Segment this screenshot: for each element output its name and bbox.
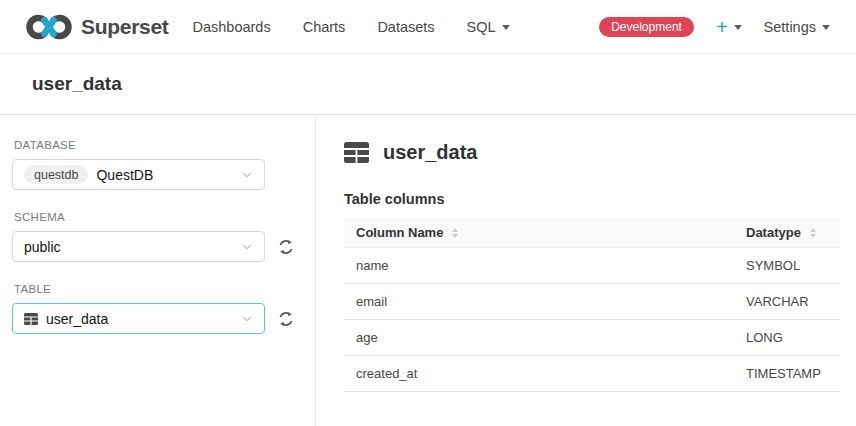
schema-select-value: public bbox=[24, 239, 61, 255]
datatype-cell: SYMBOL bbox=[734, 248, 840, 284]
table-label: TABLE bbox=[14, 283, 303, 295]
sort-icon bbox=[810, 228, 816, 238]
table-icon bbox=[344, 142, 369, 163]
column-header-datatype[interactable]: Datatype bbox=[734, 218, 840, 248]
nav-sql-label: SQL bbox=[467, 19, 496, 35]
dataset-source-panel: DATABASE questdb QuestDB SCHEMA public bbox=[0, 115, 316, 426]
table-preview-panel: user_data Table columns Column Name Data… bbox=[316, 115, 856, 426]
database-select[interactable]: questdb QuestDB bbox=[12, 159, 265, 190]
datatype-cell: VARCHAR bbox=[734, 284, 840, 320]
refresh-icon bbox=[277, 310, 295, 328]
new-item-button[interactable]: + bbox=[716, 17, 742, 37]
table-icon bbox=[24, 313, 38, 325]
database-field: DATABASE questdb QuestDB bbox=[12, 139, 303, 190]
schema-label: SCHEMA bbox=[14, 211, 303, 223]
chevron-down-icon bbox=[241, 169, 253, 181]
schema-select[interactable]: public bbox=[12, 231, 265, 262]
chevron-down-icon bbox=[502, 25, 510, 30]
database-engine-pill: questdb bbox=[24, 165, 88, 184]
table-heading: user_data bbox=[344, 141, 840, 164]
refresh-icon bbox=[277, 238, 295, 256]
table-select-value: user_data bbox=[46, 311, 108, 327]
chevron-down-icon bbox=[241, 313, 253, 325]
table-row: email VARCHAR bbox=[344, 284, 840, 320]
chevron-down-icon bbox=[241, 241, 253, 253]
database-select-value: QuestDB bbox=[96, 167, 153, 183]
nav-datasets[interactable]: Datasets bbox=[361, 19, 450, 35]
table-row: age LONG bbox=[344, 320, 840, 356]
column-header-name[interactable]: Column Name bbox=[344, 218, 734, 248]
column-name-cell: created_at bbox=[344, 356, 734, 392]
datatype-cell: TIMESTAMP bbox=[734, 356, 840, 392]
schema-field: SCHEMA public bbox=[12, 211, 303, 262]
brand-name: Superset bbox=[81, 15, 168, 39]
environment-badge: Development bbox=[599, 17, 694, 37]
table-select[interactable]: user_data bbox=[12, 303, 265, 334]
page-title: user_data bbox=[32, 73, 122, 95]
page-header: user_data bbox=[0, 54, 856, 115]
column-name-cell: age bbox=[344, 320, 734, 356]
sort-icon bbox=[452, 228, 458, 238]
table-columns-section-title: Table columns bbox=[344, 191, 840, 207]
table-row: created_at TIMESTAMP bbox=[344, 356, 840, 392]
superset-logo-icon bbox=[26, 13, 72, 41]
nav-dashboards[interactable]: Dashboards bbox=[176, 19, 286, 35]
settings-menu[interactable]: Settings bbox=[764, 19, 830, 35]
column-name-cell: name bbox=[344, 248, 734, 284]
plus-icon: + bbox=[716, 17, 728, 37]
refresh-tables-button[interactable] bbox=[276, 309, 296, 329]
chevron-down-icon bbox=[822, 25, 830, 30]
topbar-right: Development + Settings bbox=[599, 17, 830, 37]
datatype-cell: LONG bbox=[734, 320, 840, 356]
chevron-down-icon bbox=[734, 25, 742, 30]
database-label: DATABASE bbox=[14, 139, 303, 151]
nav-sql[interactable]: SQL bbox=[451, 19, 526, 35]
main-nav: Dashboards Charts Datasets SQL bbox=[176, 19, 525, 35]
settings-label: Settings bbox=[764, 19, 816, 35]
table-row: name SYMBOL bbox=[344, 248, 840, 284]
table-header-row: Column Name Datatype bbox=[344, 218, 840, 248]
table-field: TABLE user_data bbox=[12, 283, 303, 334]
table-heading-title: user_data bbox=[383, 141, 478, 164]
superset-logo[interactable]: Superset bbox=[26, 13, 168, 41]
top-nav-bar: Superset Dashboards Charts Datasets SQL … bbox=[0, 0, 856, 54]
nav-charts[interactable]: Charts bbox=[287, 19, 362, 35]
refresh-schemas-button[interactable] bbox=[276, 237, 296, 257]
column-name-cell: email bbox=[344, 284, 734, 320]
columns-table: Column Name Datatype name SYMBOL bbox=[344, 218, 840, 392]
